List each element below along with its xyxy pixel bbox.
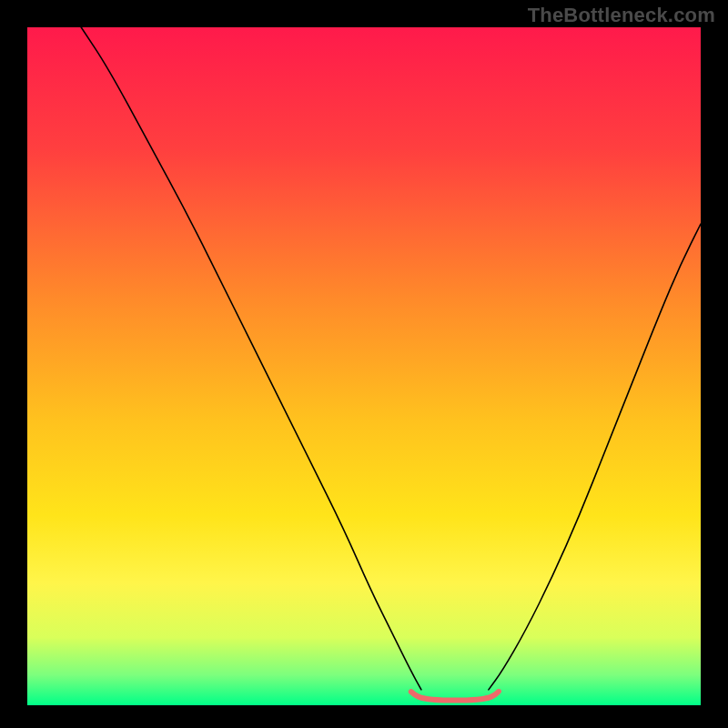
gradient-background <box>27 27 701 705</box>
watermark-text: TheBottleneck.com <box>528 4 715 27</box>
chart-frame: TheBottleneck.com <box>0 0 728 728</box>
bottleneck-chart <box>0 0 728 728</box>
